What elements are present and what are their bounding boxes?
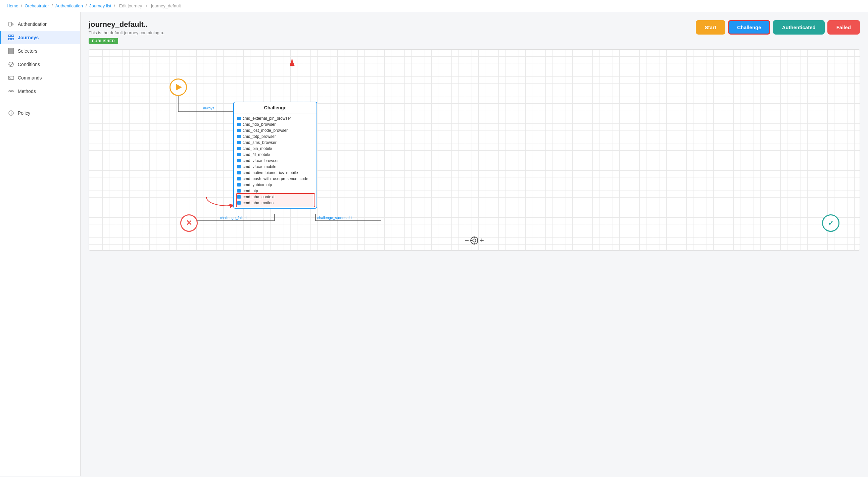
- cmd-item: cmd_totp_browser: [237, 134, 313, 140]
- cmd-item: cmd_push_with_userpresence_code: [237, 176, 313, 182]
- sidebar-item-selectors[interactable]: Selectors: [0, 44, 80, 58]
- svg-rect-9: [8, 76, 14, 79]
- sidebar-item-conditions[interactable]: Conditions: [0, 58, 80, 71]
- svg-point-20: [471, 237, 477, 244]
- cmd-label: cmd_vface_mobile: [243, 164, 276, 169]
- journey-title: journey_default..: [89, 20, 165, 29]
- cmd-label: cmd_4f_mobile: [243, 152, 270, 157]
- svg-rect-0: [9, 22, 11, 26]
- cmd-label: cmd_uba_context: [243, 195, 275, 199]
- cmd-item: cmd_uba_context: [237, 194, 313, 200]
- svg-rect-1: [8, 35, 11, 37]
- challenge-node-body: cmd_external_pin_browsercmd_fido_browser…: [234, 113, 316, 208]
- cmd-label: cmd_uba_motion: [243, 201, 274, 205]
- svg-rect-2: [11, 35, 14, 37]
- breadcrumb-authentication[interactable]: Authentication: [55, 3, 83, 8]
- cmd-item: cmd_uba_motion: [237, 200, 313, 206]
- cmd-item: cmd_fido_browser: [237, 122, 313, 128]
- breadcrumb: Home / Orchestrator / Authentication / J…: [0, 0, 868, 12]
- success-circle-icon: ✓: [822, 214, 839, 232]
- conditions-icon: [8, 61, 14, 68]
- node-buttons: Start Challenge Authenticated Failed: [696, 20, 860, 35]
- cmd-label: cmd_push_with_userpresence_code: [243, 176, 308, 181]
- journey-canvas[interactable]: always challenge_failed challenge_succes…: [89, 49, 860, 250]
- svg-rect-3: [8, 38, 11, 40]
- cmd-icon: [237, 159, 241, 162]
- sidebar-label-methods: Methods: [18, 89, 36, 94]
- cmd-label: cmd_native_biometrics_mobile: [243, 170, 298, 175]
- cmd-label: cmd_totp_browser: [243, 134, 276, 139]
- failed-flow-node[interactable]: ✕: [180, 214, 198, 232]
- challenge-node-header: Challenge: [234, 102, 316, 113]
- cmd-label: cmd_fido_browser: [243, 122, 276, 127]
- cmd-icon: [237, 195, 241, 199]
- cmd-icon: [237, 171, 241, 174]
- authenticated-node-button[interactable]: Authenticated: [773, 20, 825, 35]
- selectors-icon: [8, 48, 14, 54]
- start-flow-node[interactable]: [169, 78, 187, 96]
- start-node-button[interactable]: Start: [696, 20, 725, 35]
- svg-rect-5: [8, 48, 14, 49]
- svg-point-11: [10, 91, 12, 92]
- cmd-icon: [237, 123, 241, 126]
- journey-title-section: journey_default.. This is the default jo…: [89, 20, 165, 44]
- cmd-item: cmd_lost_mode_browser: [237, 128, 313, 134]
- sidebar-item-methods[interactable]: Methods: [0, 84, 80, 98]
- sidebar-item-authentication[interactable]: Authentication: [0, 18, 80, 31]
- cmd-label: cmd_lost_mode_browser: [243, 128, 288, 133]
- cmd-item: cmd_vface_mobile: [237, 164, 313, 170]
- published-badge: PUBLISHED: [89, 38, 118, 44]
- sidebar-label-journeys: Journeys: [18, 35, 39, 40]
- cmd-item: cmd_4f_mobile: [237, 151, 313, 158]
- sidebar-item-commands[interactable]: Commands: [0, 71, 80, 84]
- cmd-label: cmd_pin_mobile: [243, 146, 272, 151]
- cmd-item: cmd_external_pin_browser: [237, 115, 313, 122]
- challenge-flow-node[interactable]: Challenge cmd_external_pin_browsercmd_fi…: [233, 102, 317, 209]
- challenge-node-button[interactable]: Challenge: [728, 20, 770, 35]
- cmd-item: cmd_pin_mobile: [237, 145, 313, 151]
- sign-in-icon: [8, 21, 14, 28]
- cmd-icon: [237, 129, 241, 132]
- breadcrumb-orchestrator[interactable]: Orchestrator: [25, 3, 49, 8]
- breadcrumb-home[interactable]: Home: [7, 3, 19, 8]
- breadcrumb-journey-name: journey_default: [151, 3, 181, 8]
- cmd-icon: [237, 117, 241, 120]
- cmd-label: cmd_otp: [243, 189, 258, 193]
- sidebar-item-policy[interactable]: Policy: [0, 106, 80, 120]
- cmd-icon: [237, 189, 241, 193]
- zoom-out-button[interactable]: −: [465, 236, 469, 245]
- zoom-in-button[interactable]: +: [479, 236, 484, 245]
- svg-point-12: [12, 91, 13, 92]
- commands-icon: [8, 74, 14, 81]
- svg-rect-4: [11, 38, 14, 40]
- cmd-label: cmd_vface_browser: [243, 158, 279, 163]
- sidebar-label-selectors: Selectors: [18, 48, 37, 54]
- cmd-icon: [237, 135, 241, 138]
- cmd-item: cmd_vface_browser: [237, 158, 313, 164]
- sidebar-label-conditions: Conditions: [18, 62, 40, 67]
- breadcrumb-journey-list[interactable]: Journey list: [89, 3, 112, 8]
- sidebar-label-commands: Commands: [18, 75, 42, 80]
- main-content: journey_default.. This is the default jo…: [81, 12, 868, 476]
- cmd-item: cmd_sms_browser: [237, 140, 313, 145]
- journeys-icon: [8, 34, 14, 41]
- success-flow-node[interactable]: ✓: [822, 214, 839, 232]
- cmd-icon: [237, 147, 241, 150]
- failed-node-button[interactable]: Failed: [827, 20, 860, 35]
- cmd-label: cmd_yubico_otp: [243, 182, 272, 187]
- svg-rect-6: [8, 50, 14, 52]
- canvas-grid: [89, 49, 860, 250]
- cmd-label: cmd_sms_browser: [243, 140, 277, 145]
- cmd-icon: [237, 153, 241, 156]
- breadcrumb-edit-journey: Edit journey: [119, 3, 142, 8]
- svg-point-8: [9, 62, 13, 67]
- sidebar-item-journeys[interactable]: Journeys: [0, 31, 80, 44]
- journey-description: This is the default journey containing a…: [89, 30, 165, 35]
- cmd-item: cmd_native_biometrics_mobile: [237, 170, 313, 176]
- methods-icon: [8, 88, 14, 95]
- cmd-icon: [237, 177, 241, 180]
- cmd-icon: [237, 183, 241, 186]
- cmd-icon: [237, 201, 241, 205]
- failed-circle-icon: ✕: [180, 214, 198, 232]
- policy-icon: [8, 110, 14, 116]
